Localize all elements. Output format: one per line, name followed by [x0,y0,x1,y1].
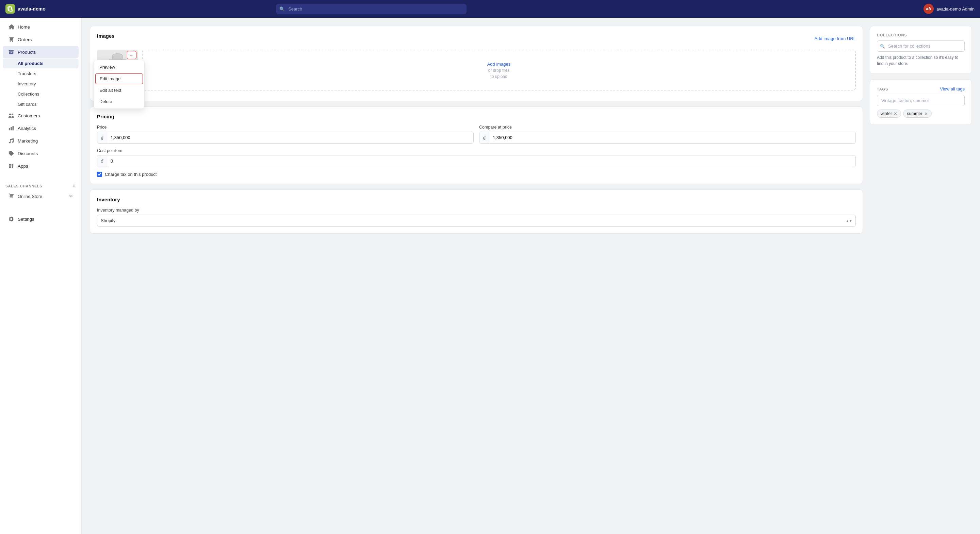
tag-summer: summer ✕ [903,110,931,118]
add-images-label[interactable]: Add images [487,62,511,67]
cost-per-item-label: Cost per item [97,148,856,153]
tags-title: TAGS [877,87,888,91]
upload-area[interactable]: Add images or drop files to upload [142,50,856,91]
delete-option[interactable]: Delete [94,96,144,107]
products-label: Products [18,50,36,55]
collections-label: Collections [18,92,40,97]
collections-card: COLLECTIONS 🔍 Add this product to a coll… [870,26,972,74]
collections-title: COLLECTIONS [877,33,907,37]
sidebar-sub-collections[interactable]: Collections [3,89,79,99]
tag-winter-remove[interactable]: ✕ [894,111,897,116]
transfers-label: Transfers [18,71,36,76]
avatar[interactable]: aA [924,4,934,14]
sidebar-item-settings[interactable]: Settings [3,213,79,225]
orders-label: Orders [18,37,32,42]
sidebar: Home Orders Products All products Transf… [0,18,82,534]
customers-label: Customers [18,113,40,118]
analytics-icon [8,125,14,131]
more-options-button[interactable]: ··· [127,51,137,59]
compare-price-input[interactable] [489,132,856,143]
inventory-label: Inventory [18,81,36,86]
sidebar-item-products[interactable]: Products [3,46,79,58]
add-image-url-button[interactable]: Add image from URL [815,36,856,41]
inventory-managed-field: Inventory managed by Shopify ▲▼ [97,208,856,227]
sidebar-item-discounts[interactable]: Discounts [3,147,79,159]
inventory-managed-label: Inventory managed by [97,208,856,213]
images-title: Images [97,33,115,39]
tag-summer-remove[interactable]: ✕ [924,111,928,116]
add-sales-channel-button[interactable]: + [73,183,76,189]
eye-icon[interactable]: 👁 [69,194,73,199]
pricing-card: Pricing Price ₫ Compare at price ₫ [90,106,863,184]
search-input[interactable] [276,4,466,14]
edit-image-option[interactable]: Edit image [95,73,143,84]
image-dropdown-menu: Preview Edit image Edit alt text Delete [94,60,145,109]
pricing-title: Pricing [97,114,856,119]
sidebar-sub-inventory[interactable]: Inventory [3,79,79,89]
view-all-tags-button[interactable]: View all tags [940,86,965,92]
center-panel: Images Add image from URL [90,26,863,234]
discounts-label: Discounts [18,151,38,156]
preview-option[interactable]: Preview [94,62,144,73]
sidebar-item-home[interactable]: Home [3,21,79,33]
compare-price-input-wrap: ₫ [479,132,856,143]
image-thumb-wrap: ··· Preview Edit image Edit alt text Del… [97,50,138,94]
collections-section-label: COLLECTIONS [877,33,965,40]
images-section: ··· Preview Edit image Edit alt text Del… [97,50,856,94]
charge-tax-label: Charge tax on this product [105,172,156,177]
sidebar-item-apps[interactable]: Apps [3,160,79,172]
store-name: avada-demo [18,6,46,11]
orders-icon [8,37,14,43]
settings-icon [8,216,14,222]
store-logo[interactable]: avada-demo [5,4,46,14]
user-label: avada-demo Admin [937,6,975,11]
sidebar-item-analytics[interactable]: Analytics [3,122,79,134]
tags-list: winter ✕ summer ✕ [877,110,965,118]
sidebar-sub-gift-cards[interactable]: Gift cards [3,99,79,109]
charge-tax-checkbox[interactable] [97,172,102,177]
price-label: Price [97,125,474,130]
price-input-wrap: ₫ [97,132,474,143]
images-card: Images Add image from URL [90,26,863,101]
sidebar-sub-transfers[interactable]: Transfers [3,69,79,79]
shopify-icon [5,4,15,14]
compare-price-prefix: ₫ [479,132,489,143]
online-store-label: Online Store [18,194,42,199]
apps-icon [8,163,14,169]
marketing-label: Marketing [18,138,38,143]
sidebar-item-online-store[interactable]: Online Store 👁 [3,191,79,202]
tag-summer-label: summer [907,111,922,116]
tag-winter: winter ✕ [877,110,901,118]
global-search[interactable]: 🔍 [276,4,466,14]
inventory-managed-select-wrap: Shopify ▲▼ [97,215,856,227]
sidebar-item-marketing[interactable]: Marketing [3,135,79,147]
upload-hint2: to upload [490,74,507,79]
edit-alt-text-option[interactable]: Edit alt text [94,85,144,96]
price-prefix: ₫ [97,132,107,143]
cost-input-wrap: ₫ [97,155,856,167]
cost-per-item-field: Cost per item ₫ [97,148,856,167]
settings-label: Settings [18,217,34,222]
products-icon [8,49,14,55]
topnav-right: aA avada-demo Admin [924,4,975,14]
inventory-managed-select[interactable]: Shopify [97,215,856,227]
cost-prefix: ₫ [97,156,107,167]
tags-card: TAGS View all tags winter ✕ summer ✕ [870,79,972,125]
compare-price-field: Compare at price ₫ [479,125,856,143]
collections-search-input[interactable] [877,40,965,52]
sidebar-sub-all-products[interactable]: All products [3,59,79,68]
sales-channels-label: SALES CHANNELS [5,184,42,188]
discounts-icon [8,150,14,156]
sales-channels-section: SALES CHANNELS + [0,179,81,190]
collections-search-icon: 🔍 [880,44,885,49]
price-input[interactable] [107,132,473,143]
images-card-header: Images Add image from URL [97,33,856,44]
all-products-label: All products [18,61,43,66]
tag-winter-label: winter [881,111,892,116]
customers-icon [8,113,14,119]
cost-input[interactable] [107,156,856,167]
collections-search-wrap: 🔍 [877,40,965,52]
sidebar-item-customers[interactable]: Customers [3,110,79,122]
sidebar-item-orders[interactable]: Orders [3,33,79,46]
tags-input[interactable] [877,95,965,106]
